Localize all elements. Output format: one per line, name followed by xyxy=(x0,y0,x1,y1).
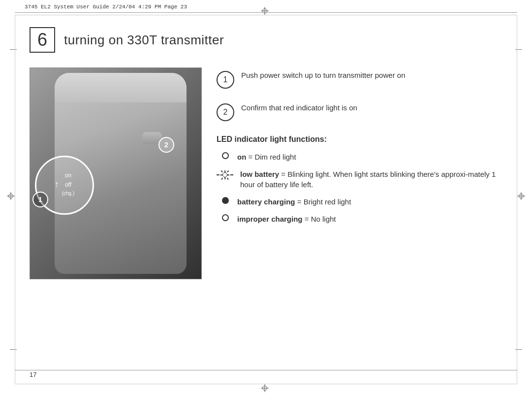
led-bold-on: on xyxy=(237,153,246,161)
instruction-item-1: 1 Push power switch up to turn transmitt… xyxy=(217,70,502,89)
instruction-text-1: Push power switch up to turn transmitter… xyxy=(241,70,406,80)
reg-mark-left xyxy=(7,192,15,200)
led-icon-solid xyxy=(219,197,232,204)
header-bar: 3745 EL2 System User Guide 2/24/04 4:29 … xyxy=(25,4,507,10)
bottom-line xyxy=(15,370,517,370)
content-area: 6 turning on 330T transmitter ↑ on xyxy=(30,27,502,369)
hollow-circle-icon-2 xyxy=(222,214,229,221)
device-top xyxy=(55,73,187,102)
dash-mark xyxy=(515,49,522,50)
led-label-battery-charging: battery charging = Bright red light xyxy=(237,197,351,207)
switch-off-label: off xyxy=(62,180,75,190)
led-bold-improper-charging: improper charging xyxy=(237,215,303,223)
dash-line-left xyxy=(217,174,219,175)
step-title: turning on 330T transmitter xyxy=(64,33,224,48)
step-circle-2: 2 xyxy=(217,103,234,121)
hollow-circle-icon xyxy=(222,152,229,159)
switch-arrow-icon: ↑ xyxy=(55,179,59,190)
callout-1-badge: 1 xyxy=(32,192,48,207)
sunburst-center xyxy=(222,172,227,177)
step-circle-1: 1 xyxy=(217,71,234,89)
led-icon-hollow-2 xyxy=(219,214,232,221)
led-item-on: on = Dim red light xyxy=(217,152,502,162)
callout-2-badge-image: 2 xyxy=(158,137,174,153)
instructions-panel: 1 Push power switch up to turn transmitt… xyxy=(217,67,502,279)
dash-mark xyxy=(10,49,17,50)
two-column-layout: ↑ on off (chg.) 1 2 1 xyxy=(30,67,502,279)
led-section: LED indicator light functions: on = Dim … xyxy=(217,135,502,224)
page-number: 17 xyxy=(30,371,36,378)
device-photo: ↑ on off (chg.) 1 2 xyxy=(30,68,201,279)
dash-mark xyxy=(515,349,522,350)
step-number-box: 6 xyxy=(30,27,55,53)
instruction-text-2: Confirm that red indicator light is on xyxy=(241,102,357,113)
instruction-item-2: 2 Confirm that red indicator light is on xyxy=(217,102,502,121)
led-icon-sunburst xyxy=(217,170,235,179)
dash-line-right xyxy=(230,174,233,175)
step-number: 6 xyxy=(37,30,47,50)
header-text: 3745 EL2 System User Guide 2/24/04 4:29 … xyxy=(25,4,187,10)
led-bold-battery-charging: battery charging xyxy=(237,198,295,206)
step-header: 6 turning on 330T transmitter xyxy=(30,27,502,53)
led-label-low-battery: low battery = Blinking light. When light… xyxy=(240,169,502,190)
led-bold-low-battery: low battery xyxy=(240,170,279,178)
switch-chg-label: (chg.) xyxy=(62,190,75,198)
solid-circle-icon xyxy=(222,197,229,204)
led-item-low-battery: low battery = Blinking light. When light… xyxy=(217,169,502,190)
led-item-improper-charging: improper charging = No light xyxy=(217,214,502,224)
reg-mark-bottom xyxy=(261,384,269,392)
led-title: LED indicator light functions: xyxy=(217,135,502,144)
led-icon-hollow xyxy=(219,152,232,159)
switch-on-label: on xyxy=(62,171,75,180)
led-label-on: on = Dim red light xyxy=(237,152,296,162)
reg-mark-right xyxy=(517,192,525,200)
header-line xyxy=(15,12,517,13)
device-image-container: ↑ on off (chg.) 1 2 xyxy=(30,67,202,279)
dash-mark xyxy=(10,349,17,350)
led-label-improper-charging: improper charging = No light xyxy=(237,214,336,224)
led-item-battery-charging: battery charging = Bright red light xyxy=(217,197,502,207)
